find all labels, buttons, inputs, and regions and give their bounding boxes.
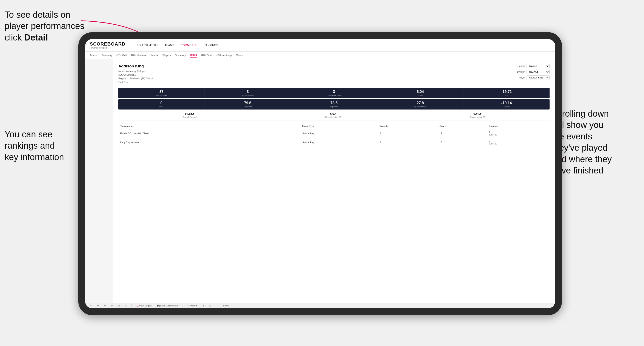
records-row: 91-20-1 Overall Record 1-5-0 Record vs t… <box>118 110 550 121</box>
player-region: Region 1 - Southwest (18) District <box>118 77 153 81</box>
gender-select[interactable]: Women Men <box>526 64 550 68</box>
subnav-matrix[interactable]: Matrix <box>151 53 158 57</box>
toolbar-share[interactable]: ⟨⟩ Share <box>219 304 230 307</box>
stats-row-2: 0 Wins 79.6 Avg Score 78.5 Adj Score 2 <box>118 99 550 110</box>
record-overall: 91-20-1 Overall Record <box>183 113 196 118</box>
stat-avg-sg: -10.14 Avg SG <box>464 99 550 110</box>
th-empty <box>282 124 300 129</box>
player-info-right: Gender Women Men Division NJCAA I <box>514 64 550 80</box>
th-position: Position <box>487 124 550 129</box>
tablet-frame: SCOREBOARD Powered by clippd TOURNAMENTS… <box>78 32 562 315</box>
bottom-toolbar: ↩ ↪ ⊕ ⊖ ⊟ ⊙ 📊 View: Original 💾 Save Cust… <box>85 303 555 308</box>
content-area: Addison King Mesa Community College NJCA… <box>113 59 555 303</box>
toolbar-sep-3 <box>216 304 216 307</box>
gender-label: Gender <box>514 65 525 67</box>
td-empty-2 <box>282 138 300 147</box>
division-row: Division NJCAA I <box>514 70 550 74</box>
annotation-bl-line1: You can see <box>4 130 52 139</box>
left-sidebar <box>85 59 113 303</box>
toolbar-settings[interactable]: ⊙ <box>124 304 128 307</box>
table-row[interactable]: Estella CC- Mountain Classic Stroke Play… <box>118 129 550 138</box>
annotation-bl-line3: key information <box>4 152 64 162</box>
sub-nav: Teams Summary H2H Grid H2H Heatmap Matri… <box>85 51 555 59</box>
subnav-teams[interactable]: Teams <box>90 53 97 57</box>
annotation-line2: player performances <box>4 21 84 31</box>
record-top50: 5-11-1 Record vs top 50 <box>470 113 485 118</box>
td-position-1: 4out of 20 <box>487 129 550 138</box>
subnav-players[interactable]: Players <box>162 53 171 57</box>
player-division: NJCAA Division 1 <box>118 73 153 77</box>
player-row: Player Addison King <box>514 75 550 80</box>
subnav-h2h-heatmap2[interactable]: H2H Heatmap <box>216 53 232 57</box>
table-header-row: Tournament Event Type Rounds Score Posit… <box>118 124 550 129</box>
top-nav: SCOREBOARD Powered by clippd TOURNAMENTS… <box>85 39 555 51</box>
nav-items: TOURNAMENTS TEAMS COMMITTEE RANKINGS <box>137 44 218 47</box>
nav-item-teams[interactable]: TEAMS <box>165 44 174 47</box>
tournament-table: Tournament Event Type Rounds Score Posit… <box>118 124 550 147</box>
player-year: First Year <box>118 81 153 84</box>
stat-adj-score: 78.5 Adj Score <box>291 99 377 110</box>
stat-points: 6.04 Points <box>377 88 464 98</box>
td-score-1: 17 <box>438 129 487 138</box>
toolbar-view-original[interactable]: 📊 View: Original <box>135 304 154 307</box>
player-info-left: Addison King Mesa Community College NJCA… <box>118 64 153 84</box>
td-rounds-2: 2 <box>378 138 438 147</box>
logo-subtitle: Powered by clippd <box>90 47 125 49</box>
record-top25: 1-5-0 Record vs top 25 <box>325 113 341 118</box>
subnav-h2h-grid[interactable]: H2H Grid <box>116 53 127 57</box>
stat-national-rank: 37 National Rank <box>118 88 205 98</box>
stat-conference-rank: 3 Conference Rank <box>291 88 377 98</box>
toolbar-undo[interactable]: ↩ <box>89 304 94 307</box>
th-score: Score <box>438 124 487 129</box>
stats-row-1: 37 National Rank 3 Regional Rank 3 Confe… <box>118 88 550 98</box>
subnav-detail[interactable]: Detail <box>190 53 197 57</box>
stat-avg-score-par: 27.8 Avg Score to Par <box>377 99 464 110</box>
toolbar-screen[interactable]: 🖥 <box>201 304 206 307</box>
table-row[interactable]: Lady Coyote Invite Stroke Play 2 16 7out… <box>118 138 550 147</box>
toolbar-save-custom[interactable]: 💾 Save Custom View <box>156 304 179 307</box>
gender-row: Gender Women Men <box>514 64 550 68</box>
toolbar-watch[interactable]: 👁 Watch ▾ <box>186 304 198 307</box>
subnav-h2h-heatmap[interactable]: H2H Heatmap <box>131 53 147 57</box>
annotation-line1: To see details on <box>4 10 70 19</box>
td-score-2: 16 <box>438 138 487 147</box>
subnav-h2h-grid2[interactable]: H2H Grid <box>201 53 212 57</box>
stat-regional-rank: 3 Regional Rank <box>205 88 291 98</box>
td-event-type-2: Stroke Play <box>300 138 378 147</box>
toolbar-sep-2 <box>182 304 182 307</box>
subnav-summary2[interactable]: Summary <box>175 53 186 57</box>
nav-item-committee[interactable]: COMMITTEE <box>180 44 197 47</box>
logo-title: SCOREBOARD <box>90 41 125 47</box>
th-rounds: Rounds <box>378 124 438 129</box>
tablet-screen: SCOREBOARD Powered by clippd TOURNAMENTS… <box>85 39 555 308</box>
annotation-topleft: To see details on player performances cl… <box>4 9 88 43</box>
toolbar-zoom-out[interactable]: ⊖ <box>110 304 114 307</box>
td-rounds-1: 2 <box>378 129 438 138</box>
toolbar-grid[interactable]: ⊞ <box>208 304 212 307</box>
division-select[interactable]: NJCAA I <box>526 70 550 74</box>
td-position-2: 7out of 20 <box>487 138 550 147</box>
logo-area: SCOREBOARD Powered by clippd <box>90 41 125 49</box>
toolbar-redo[interactable]: ↪ <box>96 304 100 307</box>
nav-item-rankings[interactable]: RANKINGS <box>204 44 218 47</box>
player-name: Addison King <box>118 64 153 69</box>
td-empty-1 <box>282 129 300 138</box>
player-college: Mesa Community College <box>118 69 153 73</box>
annotation-line3: click Detail <box>4 33 48 42</box>
td-event-type-1: Stroke Play <box>300 129 378 138</box>
app-content: SCOREBOARD Powered by clippd TOURNAMENTS… <box>85 39 555 308</box>
player-label: Player <box>514 76 525 79</box>
td-tournament-1: Estella CC- Mountain Classic <box>118 129 282 138</box>
stat-avg-score: 79.6 Avg Score <box>205 99 291 110</box>
player-select[interactable]: Addison King <box>526 75 550 80</box>
nav-item-tournaments[interactable]: TOURNAMENTS <box>137 44 158 47</box>
division-label: Division <box>514 71 525 73</box>
stat-sos: -19.71 SoS <box>464 88 550 98</box>
toolbar-zoom-in[interactable]: ⊕ <box>103 304 107 307</box>
subnav-matrix2[interactable]: Matrix <box>236 53 243 57</box>
stat-wins: 0 Wins <box>118 99 205 110</box>
subnav-summary[interactable]: Summary <box>101 53 112 57</box>
annotation-bottomleft: You can see rankings and key information <box>4 129 83 163</box>
toolbar-fit[interactable]: ⊟ <box>116 304 121 307</box>
th-event-type: Event Type <box>300 124 378 129</box>
